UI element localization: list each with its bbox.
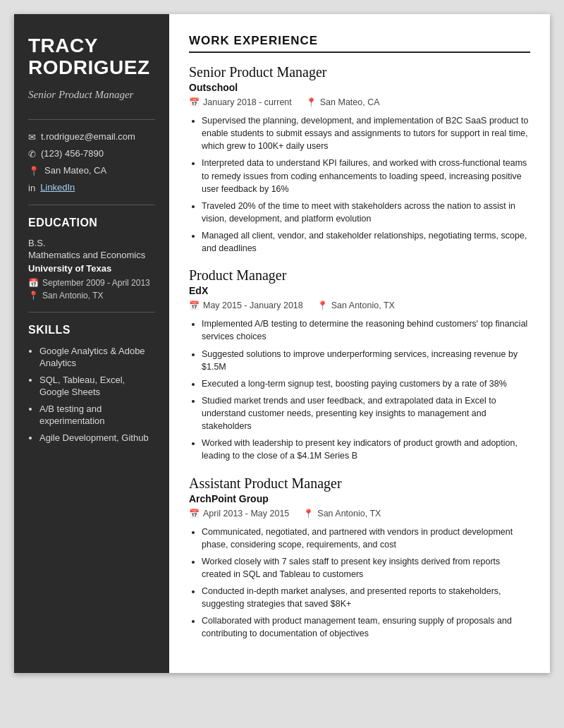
location-icon: 📍 [28, 166, 39, 176]
job-1-meta: 📅 January 2018 - current 📍 San Mateo, CA [189, 97, 530, 107]
skills-heading: SKILLS [28, 324, 155, 336]
bullet: Managed all client, vendor, and stakehol… [202, 229, 530, 255]
bullet: Executed a long-term signup test, boosti… [202, 377, 530, 390]
edu-field: Mathematics and Economics [28, 250, 155, 260]
job-2-company: EdX [189, 285, 530, 296]
job-3: Assistant Product Manager ArchPoint Grou… [189, 475, 530, 641]
location-icon: 📍 [317, 301, 328, 310]
job-2-meta: 📅 May 2015 - January 2018 📍 San Antonio,… [189, 301, 530, 310]
skill-item: Google Analytics & Adobe Analytics [39, 345, 155, 370]
phone-icon: ✆ [28, 149, 36, 159]
job-1-location: 📍 San Mateo, CA [306, 97, 380, 107]
edu-location-icon: 📍 [28, 291, 39, 301]
job-2-title: Product Manager [189, 267, 530, 284]
email-icon: ✉ [28, 132, 36, 142]
sidebar: TRACY RODRIGUEZ Senior Product Manager ✉… [14, 14, 169, 673]
location-icon: 📍 [306, 97, 317, 107]
contact-linkedin[interactable]: in LinkedIn [28, 182, 155, 193]
bullet: Implemented A/B testing to determine the… [202, 317, 530, 343]
skill-item: SQL, Tableau, Excel, Google Sheets [39, 374, 155, 399]
calendar-icon: 📅 [189, 97, 200, 107]
divider-education [28, 205, 155, 205]
location-icon: 📍 [303, 509, 314, 518]
bullet: Studied market trends and user feedback,… [202, 394, 530, 432]
job-2: Product Manager EdX 📅 May 2015 - January… [189, 267, 530, 462]
job-3-bullets: Communicated, negotiated, and partnered … [189, 526, 530, 641]
bullet: Worked closely with 7 sales staff to pre… [202, 555, 530, 581]
edu-location: 📍 San Antonio, TX [28, 291, 155, 301]
job-1-company: Outschool [189, 82, 530, 93]
bullet: Traveled 20% of the time to meet with st… [202, 200, 530, 225]
bullet: Supervised the planning, development, an… [202, 114, 530, 152]
edu-university: University of Texas [28, 263, 155, 274]
job-3-dates: 📅 April 2013 - May 2015 [189, 509, 289, 518]
calendar-icon: 📅 [189, 509, 200, 518]
divider-contact [28, 119, 155, 120]
calendar-icon: 📅 [189, 301, 200, 310]
bullet: Worked with leadership to present key in… [202, 437, 530, 462]
skill-item: Agile Development, Github [39, 432, 155, 444]
job-2-location: 📍 San Antonio, TX [317, 301, 395, 310]
job-3-title: Assistant Product Manager [189, 475, 530, 492]
contact-location: 📍 San Mateo, CA [28, 165, 155, 176]
linkedin-icon: in [28, 183, 35, 193]
work-experience-heading: WORK EXPERIENCE [189, 34, 530, 53]
job-3-location: 📍 San Antonio, TX [303, 509, 381, 518]
bullet: Interpreted data to understand KPI failu… [202, 157, 530, 195]
job-3-company: ArchPoint Group [189, 493, 530, 504]
candidate-title: Senior Product Manager [28, 87, 155, 102]
contact-email: ✉ t.rodriguez@email.com [28, 131, 155, 142]
job-3-meta: 📅 April 2013 - May 2015 📍 San Antonio, T… [189, 509, 530, 518]
contact-phone: ✆ (123) 456-7890 [28, 148, 155, 159]
candidate-name: TRACY RODRIGUEZ [28, 35, 155, 79]
resume-container: TRACY RODRIGUEZ Senior Product Manager ✉… [14, 14, 550, 673]
job-1: Senior Product Manager Outschool 📅 Janua… [189, 64, 530, 255]
job-1-dates: 📅 January 2018 - current [189, 97, 292, 107]
edu-dates: 📅 September 2009 - April 2013 [28, 278, 155, 288]
job-1-title: Senior Product Manager [189, 64, 530, 80]
skills-list: Google Analytics & Adobe Analytics SQL, … [28, 345, 155, 444]
divider-skills [28, 312, 155, 313]
bullet: Collaborated with product management tea… [202, 614, 530, 640]
job-2-bullets: Implemented A/B testing to determine the… [189, 317, 530, 462]
job-1-bullets: Supervised the planning, development, an… [189, 114, 530, 255]
edu-degree: B.S. [28, 238, 155, 248]
main-content: WORK EXPERIENCE Senior Product Manager O… [169, 14, 550, 673]
bullet: Communicated, negotiated, and partnered … [202, 526, 530, 551]
bullet: Suggested solutions to improve underperf… [202, 348, 530, 373]
calendar-icon: 📅 [28, 278, 39, 288]
bullet: Conducted in-depth market analyses, and … [202, 585, 530, 610]
linkedin-link[interactable]: LinkedIn [40, 182, 75, 193]
job-2-dates: 📅 May 2015 - January 2018 [189, 301, 303, 310]
skill-item: A/B testing and experimentation [39, 403, 155, 427]
education-heading: EDUCATION [28, 217, 155, 229]
